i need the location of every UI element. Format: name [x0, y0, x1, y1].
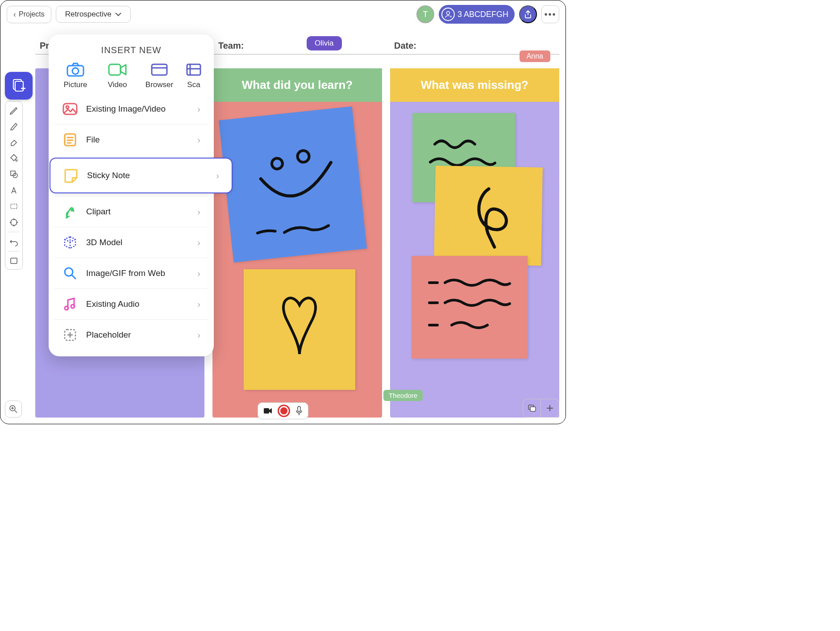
target-tool[interactable]: [6, 215, 21, 230]
placeholder-icon: [62, 327, 78, 343]
chevron-down-icon: [115, 12, 121, 17]
eraser-tool[interactable]: [6, 134, 21, 150]
add-page-button[interactable]: [541, 399, 559, 417]
svg-rect-14: [109, 64, 121, 75]
insert-3d-model[interactable]: 3D Model ›: [54, 227, 208, 258]
page-controls: [523, 399, 559, 418]
insert-existing-audio[interactable]: Existing Audio ›: [54, 288, 208, 319]
camera-rec-icon[interactable]: [263, 407, 272, 414]
insert-menu-title: INSERT NEW: [54, 45, 208, 55]
svg-rect-16: [187, 64, 200, 75]
avatar[interactable]: T: [416, 5, 434, 23]
svg-point-9: [11, 219, 17, 226]
svg-point-23: [71, 305, 75, 308]
sticky-note-blue[interactable]: [219, 106, 367, 263]
svg-rect-5: [15, 81, 23, 91]
smile-drawing: [229, 116, 357, 253]
chevron-right-icon: ›: [197, 207, 200, 217]
column-missing[interactable]: What was missing?: [390, 68, 559, 418]
zoom-in-icon: [8, 404, 18, 414]
pen-tool[interactable]: [6, 102, 21, 117]
audio-icon: [62, 296, 78, 312]
svg-point-3: [297, 150, 310, 163]
chevron-left-icon: ‹: [13, 10, 16, 19]
insert-sticky-note[interactable]: Sticky Note ›: [50, 158, 233, 193]
pages-button[interactable]: [523, 399, 541, 417]
insert-list: Existing Image/Video › File › Sticky Not…: [54, 94, 208, 350]
mic-icon[interactable]: [295, 406, 303, 416]
marker-tool[interactable]: [6, 118, 21, 134]
svg-point-2: [271, 158, 283, 169]
chevron-right-icon: ›: [197, 268, 200, 279]
svg-rect-28: [530, 407, 536, 411]
insert-existing-image-video[interactable]: Existing Image/Video ›: [54, 94, 208, 124]
insert-tool-active[interactable]: [5, 72, 33, 100]
insert-clipart[interactable]: Clipart ›: [54, 196, 208, 227]
share-button[interactable]: [519, 5, 537, 23]
chevron-right-icon: ›: [197, 299, 200, 309]
insert-menu-panel: INSERT NEW Picture Video Browser Sca Exi…: [49, 34, 214, 356]
avatar-letter: T: [423, 10, 428, 19]
text-tool[interactable]: [6, 183, 21, 198]
image-icon: [62, 101, 78, 117]
chevron-right-icon: ›: [197, 238, 200, 248]
sticky-note-red[interactable]: [412, 256, 528, 359]
scan-icon: [183, 62, 204, 78]
fill-tool[interactable]: [6, 150, 21, 166]
insert-video-button[interactable]: Video: [100, 62, 135, 89]
sticky-note-yellow-loop[interactable]: [434, 166, 543, 266]
svg-point-22: [65, 306, 68, 310]
collaborator-pill[interactable]: 3 ABCDEFGH: [439, 5, 515, 24]
svg-point-18: [66, 106, 69, 109]
insert-file[interactable]: File ›: [54, 124, 208, 155]
section-label-team: Team:: [218, 41, 244, 51]
browser-icon: [149, 62, 170, 78]
select-tool[interactable]: [6, 199, 21, 214]
back-label: Projects: [19, 10, 45, 18]
insert-top-row: Picture Video Browser Sca: [54, 62, 208, 89]
svg-rect-8: [11, 204, 17, 209]
svg-rect-10: [11, 258, 17, 263]
fullscreen-tool[interactable]: [6, 253, 21, 268]
svg-point-13: [72, 68, 79, 74]
svg-rect-25: [264, 408, 269, 414]
svg-rect-26: [298, 406, 300, 412]
board-title-dropdown[interactable]: Retrospective: [56, 6, 131, 23]
svg-point-0: [446, 12, 449, 15]
sticky-icon: [63, 167, 79, 184]
cube-icon: [62, 234, 78, 251]
more-icon: •••: [544, 9, 556, 20]
record-button[interactable]: [278, 405, 290, 417]
top-bar: ‹ Projects Retrospective T 3 ABCDEFGH ••…: [0, 0, 566, 28]
back-projects-button[interactable]: ‹ Projects: [7, 6, 51, 23]
heart-drawing: [253, 278, 346, 381]
insert-icon: [11, 78, 27, 94]
insert-scan-button[interactable]: Sca: [183, 62, 204, 89]
section-label-date: Date:: [394, 41, 416, 51]
cursor-tag-theodore: Theodore: [383, 390, 423, 401]
chevron-right-icon: ›: [216, 171, 219, 181]
chevron-right-icon: ›: [197, 330, 200, 340]
undo-tool[interactable]: [6, 234, 21, 249]
person-add-icon: [441, 8, 455, 21]
insert-browser-button[interactable]: Browser: [141, 62, 177, 89]
more-button[interactable]: •••: [541, 5, 559, 23]
video-icon: [107, 62, 128, 78]
insert-picture-button[interactable]: Picture: [58, 62, 93, 89]
insert-image-gif-web[interactable]: Image/GIF from Web ›: [54, 258, 208, 288]
shape-tool[interactable]: [6, 167, 21, 182]
zoom-button[interactable]: [5, 401, 22, 418]
cursor-tag-olivia: Olivia: [307, 36, 342, 50]
chevron-right-icon: ›: [197, 104, 200, 114]
recorder-bar: [258, 402, 308, 419]
svg-rect-15: [152, 64, 167, 75]
share-icon: [523, 9, 533, 19]
column-learn[interactable]: What did you learn?: [212, 68, 382, 418]
left-toolbar: [5, 101, 23, 270]
insert-placeholder[interactable]: Placeholder ›: [54, 319, 208, 350]
collab-count: 3 ABCDEFGH: [457, 10, 508, 19]
svg-point-20: [71, 207, 73, 209]
sticky-note-yellow-heart[interactable]: [244, 269, 355, 390]
board-title: Retrospective: [65, 10, 112, 19]
cursor-tag-anna: Anna: [520, 50, 550, 62]
